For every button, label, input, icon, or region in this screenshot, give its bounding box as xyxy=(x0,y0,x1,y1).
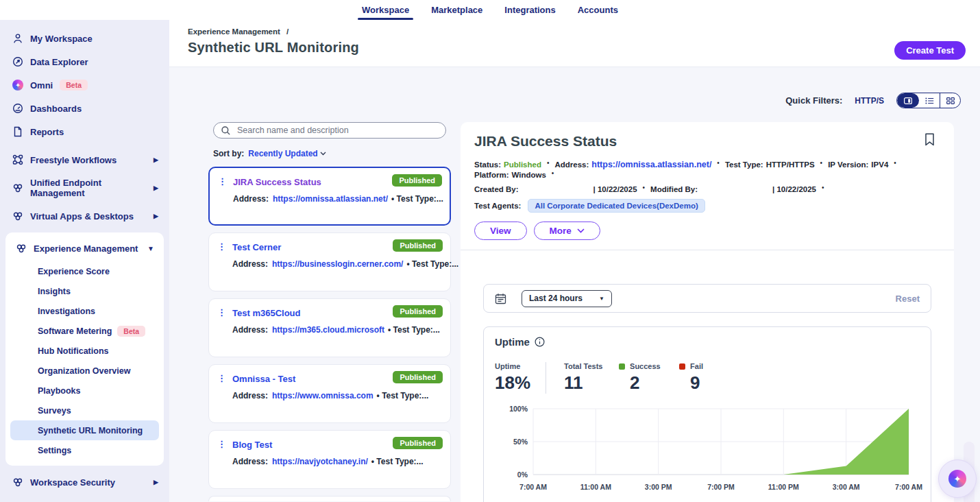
sidebar-item-settings[interactable]: Settings xyxy=(10,440,159,460)
calendar-icon[interactable] xyxy=(495,293,506,304)
sidebar-subitem-label: Synthetic URL Monitoring xyxy=(38,426,143,435)
sidebar-subitem-label: Organization Overview xyxy=(38,366,130,376)
test-card[interactable]: ⋮ Omnissa - Test Published Address:https… xyxy=(208,364,451,423)
sidebar-item-experience-score[interactable]: Experience Score xyxy=(10,261,159,281)
list-view-toggle[interactable] xyxy=(919,93,940,108)
test-name-link[interactable]: JIRA Success Status xyxy=(233,177,321,187)
search-box[interactable] xyxy=(213,122,446,139)
test-card[interactable]: ⋮ JIRA Success Status Published Address:… xyxy=(208,167,451,226)
sidebar-item-my-workspace[interactable]: My Workspace xyxy=(0,27,169,50)
meta-platform: Platform:Windows xyxy=(474,171,546,179)
stats-divider xyxy=(546,362,546,394)
cluster-icon xyxy=(12,211,23,222)
grid-view-toggle[interactable] xyxy=(940,93,960,108)
svg-text:50%: 50% xyxy=(513,438,528,446)
sidebar-item-surveys[interactable]: Surveys xyxy=(10,401,159,420)
sidebar-item-experience-management[interactable]: Experience Management ▼ xyxy=(8,235,161,261)
view-button[interactable]: View xyxy=(474,222,527,240)
meta-testtype: Test Type:HTTP/HTTPS xyxy=(725,160,815,169)
experience-management-section: Experience Management ▼ Experience Score… xyxy=(5,232,164,466)
reset-button[interactable]: Reset xyxy=(896,294,920,304)
quick-filter-https[interactable]: HTTP/S xyxy=(855,96,884,106)
test-card[interactable]: ⋮ Test m365Cloud Published Address:https… xyxy=(208,298,451,357)
create-test-button[interactable]: Create Test xyxy=(894,41,966,60)
stat-label: Fail xyxy=(690,362,703,370)
address-link[interactable]: https://m365.cloud.microsoft xyxy=(272,325,384,335)
chevron-right-icon: ▶ xyxy=(154,156,158,163)
test-card[interactable]: ⋮ Test Cerner Published Address:https://… xyxy=(208,232,451,291)
sidebar-item-organization-overview[interactable]: Organization Overview xyxy=(10,361,159,381)
test-card-row2: Address:https://omnissa.atlassian.net/• … xyxy=(233,194,443,204)
kebab-menu-icon[interactable]: ⋮ xyxy=(217,242,226,291)
sort-row: Sort by: Recently Updated xyxy=(213,149,451,158)
sidebar-item-unified-endpoint-management[interactable]: Unified Endpoint Management ▶ xyxy=(0,176,169,200)
sort-dropdown[interactable]: Recently Updated xyxy=(248,149,326,158)
omni-assistant-button[interactable] xyxy=(938,459,977,498)
sidebar-item-virtual-apps-desktops[interactable]: Virtual Apps & Desktops ▶ xyxy=(0,204,169,228)
breadcrumb[interactable]: Experience Management / xyxy=(188,20,980,36)
sidebar-item-reports[interactable]: Reports xyxy=(0,120,169,143)
tab-accounts[interactable]: Accounts xyxy=(576,0,620,20)
bookmark-icon[interactable] xyxy=(924,133,935,149)
sort-value: Recently Updated xyxy=(248,149,317,158)
top-nav: Workspace Marketplace Integrations Accou… xyxy=(0,0,980,20)
breadcrumb-link[interactable]: Experience Management xyxy=(188,27,280,36)
sidebar-item-playbooks[interactable]: Playbooks xyxy=(10,381,159,401)
kebab-menu-icon[interactable]: ⋮ xyxy=(218,177,227,224)
time-range-select[interactable]: Last 24 hours ▼ xyxy=(522,290,612,307)
cluster-icon xyxy=(12,182,23,193)
address-label: Address: xyxy=(232,391,268,401)
test-agents-chip[interactable]: All Corporate Dedicated Devices(DexDemo) xyxy=(528,199,705,213)
sidebar-item-omni[interactable]: Omni Beta xyxy=(0,73,169,97)
sidebar-subitem-label: Playbooks xyxy=(38,386,81,396)
sidebar-item-investigations[interactable]: Investigations xyxy=(10,301,159,321)
test-name-link[interactable]: Omnissa - Test xyxy=(232,374,295,384)
sidebar-item-hub-notifications[interactable]: Hub Notifications xyxy=(10,341,159,361)
content-area: Quick Filters: HTTP/S Sort by: xyxy=(169,67,980,502)
bullet-separator: • xyxy=(822,184,824,191)
sidebar-item-freestyle-workflows[interactable]: Freestyle Workflows ▶ xyxy=(0,148,169,171)
test-card-row1: Blog Test Published xyxy=(232,438,424,451)
kebab-menu-icon[interactable]: ⋮ xyxy=(217,308,226,357)
sidebar-item-data-explorer[interactable]: Data Explorer xyxy=(0,50,169,73)
stat-success: Success 2 xyxy=(619,362,664,394)
tab-workspace[interactable]: Workspace xyxy=(360,0,411,20)
test-card[interactable]: ⋮ Blog Test Published Address:https://na… xyxy=(208,430,451,489)
detail-meta-row2: Created By:| 10/22/2025•Modified By:| 10… xyxy=(474,184,940,193)
split-view-toggle[interactable] xyxy=(897,93,919,108)
sidebar-item-dashboards[interactable]: Dashboards xyxy=(0,97,169,120)
address-link[interactable]: https://navjyotchaney.in/ xyxy=(272,457,368,466)
created-date: | 10/22/2025 xyxy=(593,185,637,193)
kebab-menu-icon[interactable]: ⋮ xyxy=(217,374,226,422)
next-card-partial[interactable] xyxy=(208,496,451,501)
chevron-down-icon xyxy=(320,152,326,156)
chevron-down-icon: ▼ xyxy=(147,245,154,252)
test-name-link[interactable]: Test m365Cloud xyxy=(232,308,300,318)
svg-text:0%: 0% xyxy=(517,470,528,479)
beta-badge: Beta xyxy=(60,80,88,91)
address-link[interactable]: https://omnissa.atlassian.net/ xyxy=(273,194,388,204)
search-input[interactable] xyxy=(236,125,439,136)
test-name-link[interactable]: Test Cerner xyxy=(232,242,281,252)
info-icon[interactable] xyxy=(535,337,545,347)
address-label: Address: xyxy=(232,325,268,335)
test-name-link[interactable]: Blog Test xyxy=(232,440,272,450)
meta-status: Status:Published xyxy=(474,160,541,169)
sidebar-item-insights[interactable]: Insights xyxy=(10,281,159,301)
tab-marketplace[interactable]: Marketplace xyxy=(430,0,484,20)
svg-text:100%: 100% xyxy=(509,405,528,413)
address-link[interactable]: https://www.omnissa.com xyxy=(272,391,373,401)
uptime-chart: 0%50%100%7:00 AM11:00 AM3:00 PM7:00 PM11… xyxy=(495,405,920,498)
sidebar-item-synthetic-url-monitoring[interactable]: Synthetic URL Monitoring xyxy=(10,420,159,440)
sidebar-item-workspace-security[interactable]: Workspace Security ▶ xyxy=(0,470,169,494)
address-link[interactable]: https://businesslogin.cerner.com/ xyxy=(272,259,403,269)
sidebar-item-label: Omni xyxy=(30,80,53,91)
meta-address[interactable]: Address:https://omnissa.atlassian.net/ xyxy=(554,160,711,169)
kebab-menu-icon[interactable]: ⋮ xyxy=(217,440,226,488)
more-button[interactable]: More xyxy=(534,222,600,240)
test-card-row2: Address:https://www.omnissa.com• Test Ty… xyxy=(232,391,428,401)
omni-logo-icon xyxy=(12,80,23,91)
sidebar-item-software-metering[interactable]: Software Metering Beta xyxy=(10,321,159,341)
sidebar-subitem-label: Settings xyxy=(38,446,71,455)
tab-integrations[interactable]: Integrations xyxy=(503,0,556,20)
